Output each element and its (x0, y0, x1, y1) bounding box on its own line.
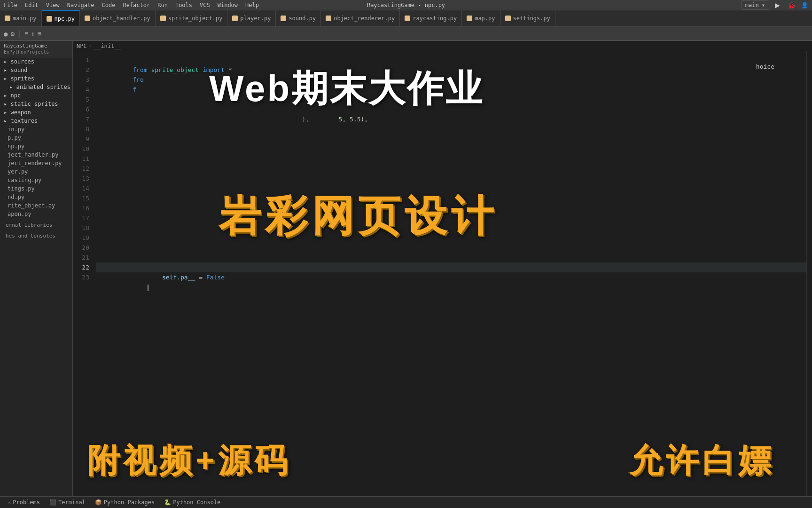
tab-player[interactable]: player.py (227, 10, 276, 26)
sidebar-file-player[interactable]: yer.py (0, 167, 72, 176)
menu-code[interactable]: Code (102, 2, 116, 8)
sidebar-file-settings[interactable]: tings.py (0, 184, 72, 193)
line-num-7: 7 (73, 114, 94, 124)
tab-bar: main.py npc.py object_handler.py sprite_… (0, 10, 812, 27)
menu-tools[interactable]: Tools (175, 2, 192, 8)
file-icon (405, 16, 410, 21)
project-name: RaycastingGame (4, 43, 47, 49)
tab-label: sprite_object.py (168, 15, 223, 22)
menu-vcs[interactable]: VCS (200, 2, 210, 8)
menu-window[interactable]: Window (218, 2, 238, 8)
bottom-tab-terminal[interactable]: ⬛ Terminal (46, 498, 89, 507)
file-icon (160, 16, 166, 21)
menu-navigate[interactable]: Navigate (67, 2, 94, 8)
user-icon[interactable]: 👤 (801, 2, 808, 8)
line-num-4: 4 (73, 85, 94, 95)
menu-bar-right: main ▾ ▶ 🐞 👤 (741, 0, 808, 10)
menu-file[interactable]: File (4, 2, 17, 8)
tab-settings[interactable]: settings.py (500, 10, 555, 26)
tab-label: object_renderer.py (334, 15, 395, 22)
tab-npc-py[interactable]: npc.py (42, 10, 80, 26)
sidebar-item-npc[interactable]: ▸ npc (0, 91, 72, 100)
line-num-14: 14 (73, 183, 94, 193)
debug-button[interactable]: 🐞 (786, 0, 797, 10)
file-icon (85, 16, 90, 21)
sidebar-file-p[interactable]: p.py (0, 134, 72, 142)
tab-label: sound.py (289, 15, 316, 22)
file-icon (232, 16, 238, 21)
main-layout: RaycastingGame ExPythonProjects ▸ source… (0, 41, 812, 496)
bottom-tab-problems[interactable]: ⚠ Problems (4, 498, 44, 507)
sidebar-file-np[interactable]: np.py (0, 142, 72, 151)
toolbar-icon-1[interactable]: ● (4, 30, 8, 38)
line-num-1: 1 (73, 55, 94, 65)
code-lines[interactable]: from sprite_object import * fro f ), 5, … (94, 51, 806, 496)
tab-object-handler[interactable]: object_handler.py (80, 10, 156, 26)
code-line-3: f (96, 75, 806, 85)
line-num-16: 16 (73, 203, 94, 213)
code-line-5 (96, 95, 806, 104)
tab-map[interactable]: map.py (462, 10, 500, 26)
toolbar-icon-5[interactable]: ⊞ (38, 30, 41, 37)
code-line-6: ), 5, 5.5), (96, 104, 806, 114)
code-line-20 (96, 243, 806, 253)
menu-help[interactable]: Help (245, 2, 259, 8)
problems-label: Problems (13, 499, 40, 506)
tab-label: npc.py (55, 16, 75, 22)
toolbar: ● ⚙ | ≡ ↕ ⊞ (0, 27, 812, 41)
python-console-label: Python Console (173, 499, 220, 506)
tab-main-py[interactable]: main.py (0, 10, 42, 26)
sidebar-file-sound[interactable]: nd.py (0, 193, 72, 201)
sidebar-file-object-renderer[interactable]: ject_renderer.py (0, 159, 72, 167)
sidebar-file-weapon[interactable]: apon.py (0, 210, 72, 218)
minimap (806, 51, 812, 496)
sidebar-item-sources[interactable]: ▸ sources (0, 57, 72, 66)
toolbar-icon-2[interactable]: ⚙ (10, 30, 14, 38)
line-num-13: 13 (73, 174, 94, 183)
line-num-18: 18 (73, 223, 94, 233)
menu-edit[interactable]: Edit (25, 2, 39, 8)
tab-raycasting[interactable]: raycasting.py (400, 10, 462, 26)
code-line-15 (96, 193, 806, 203)
code-line-9 (96, 134, 806, 144)
line-num-23: 23 (73, 272, 94, 282)
line-num-20: 20 (73, 243, 94, 253)
toolbar-icon-4[interactable]: ↕ (31, 30, 35, 37)
project-path: ExPythonProjects (4, 49, 49, 55)
editor-area[interactable]: NPC › __init__ 1 2 3 4 5 6 7 8 9 10 11 1… (73, 41, 812, 496)
sidebar-header: RaycastingGame ExPythonProjects (0, 41, 72, 57)
sidebar-item-textures[interactable]: ▸ textures (0, 117, 72, 125)
bottom-tab-python-packages[interactable]: 📦 Python Packages (91, 498, 158, 507)
code-line-17 (96, 213, 806, 223)
bottom-tab-python-console[interactable]: 🐍 Python Console (160, 498, 224, 507)
breadcrumb-npc: NPC (77, 43, 87, 49)
editor-content: 1 2 3 4 5 6 7 8 9 10 11 12 13 14 15 16 1… (73, 51, 812, 496)
toolbar-icon-3[interactable]: ≡ (25, 30, 29, 37)
sidebar-file-in[interactable]: in.py (0, 125, 72, 134)
file-icon (47, 16, 52, 22)
file-icon (5, 16, 10, 21)
python-packages-icon: 📦 (95, 499, 102, 506)
tab-label: main.py (13, 15, 37, 22)
line-num-5: 5 (73, 95, 94, 104)
sidebar-file-object-handler[interactable]: ject_handler.py (0, 151, 72, 159)
menu-view[interactable]: View (46, 2, 60, 8)
sidebar-item-animated[interactable]: ▸ animated_sprites (0, 83, 72, 91)
code-line-21 (96, 253, 806, 262)
line-num-11: 11 (73, 154, 94, 164)
run-button[interactable]: ▶ (773, 0, 782, 10)
menu-refactor[interactable]: Refactor (123, 2, 150, 8)
sidebar-item-weapon[interactable]: ▸ weapon (0, 108, 72, 117)
menu-run[interactable]: Run (157, 2, 168, 8)
run-config[interactable]: main ▾ (741, 0, 769, 10)
sidebar-item-sound[interactable]: ▸ sound (0, 66, 72, 74)
tab-label: settings.py (513, 15, 550, 22)
sidebar-file-sprite[interactable]: rite_object.py (0, 201, 72, 210)
tab-object-renderer[interactable]: object_renderer.py (321, 10, 400, 26)
tab-sound[interactable]: sound.py (276, 10, 321, 26)
tab-sprite-object[interactable]: sprite_object.py (156, 10, 228, 26)
sidebar-item-static[interactable]: ▸ static_sprites (0, 100, 72, 108)
line-num-17: 17 (73, 213, 94, 223)
sidebar-file-raycasting[interactable]: casting.py (0, 176, 72, 184)
sidebar-item-sprites[interactable]: ▸ sprites (0, 74, 72, 83)
